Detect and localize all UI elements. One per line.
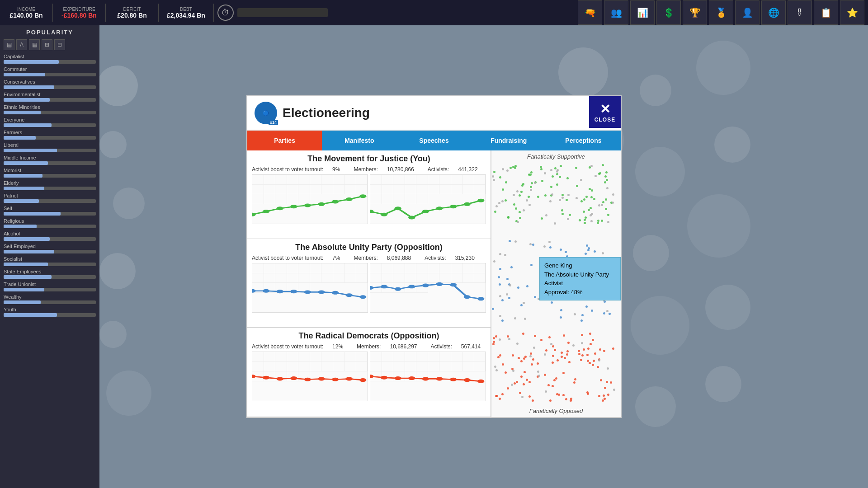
toolbar-btn-award[interactable]: 🎖 — [788, 0, 812, 25]
svg-point-50 — [395, 287, 401, 291]
party-panel-1: The Absolute Unity Party (Opposition) Ac… — [247, 239, 491, 328]
perception-dot — [599, 284, 602, 286]
perception-dot — [603, 312, 605, 314]
perception-dot — [589, 362, 591, 364]
svg-point-35 — [436, 206, 443, 210]
perception-dot — [549, 246, 552, 249]
activists-value-2: 567,414 — [461, 343, 481, 350]
perception-dot — [560, 316, 562, 319]
perception-dot — [529, 243, 532, 245]
perception-dot — [600, 379, 602, 381]
toolbar-btn-user[interactable]: 👤 — [735, 0, 760, 25]
members-label-0: Members: — [354, 166, 377, 173]
electioneering-modal: 🔵 x14 Electioneering ✕ CLOSE Parties Man… — [246, 95, 622, 418]
perception-dot — [601, 204, 603, 206]
income-value: £140.00 Bn — [9, 12, 42, 19]
members-label-1: Members: — [354, 255, 377, 261]
chart-activists-2 — [370, 352, 486, 401]
perception-dot — [612, 347, 614, 350]
activists-label-0: Activists: — [428, 166, 449, 173]
perception-dot — [551, 301, 553, 304]
perception-dot — [519, 211, 521, 213]
perception-dot — [559, 199, 561, 201]
svg-point-62 — [318, 377, 325, 380]
perception-dot — [610, 381, 612, 384]
perception-dot — [494, 366, 496, 368]
modal-logo: 🔵 x14 — [255, 102, 277, 124]
perception-dot — [520, 191, 523, 193]
perception-dot — [544, 353, 546, 356]
perception-dot — [578, 292, 580, 294]
svg-point-37 — [464, 202, 471, 206]
perception-dot — [509, 240, 511, 242]
perception-dot — [538, 298, 540, 300]
perception-dot — [505, 181, 507, 183]
perception-dot — [547, 384, 550, 386]
perception-dot — [554, 222, 556, 225]
svg-point-54 — [450, 283, 457, 286]
perception-dot — [590, 165, 593, 167]
deficit-stat: DEFICIT £20.80 Bn — [109, 7, 155, 19]
toolbar-btn-chart[interactable]: 📊 — [630, 0, 655, 25]
perception-dot — [513, 203, 515, 206]
perception-dot — [509, 284, 511, 286]
perception-dot — [508, 338, 510, 340]
close-button[interactable]: ✕ CLOSE — [589, 96, 621, 128]
perception-dot — [599, 172, 601, 174]
perception-dot — [530, 264, 533, 266]
toolbar-btn-doc[interactable]: 📋 — [814, 0, 838, 25]
toolbar-btn-cup[interactable]: 🏅 — [709, 0, 733, 25]
activists-value-0: 441,322 — [458, 166, 477, 173]
svg-point-38 — [477, 199, 484, 202]
modal-tabs: Parties Manifesto Speeches Fundraising P… — [247, 131, 621, 150]
perception-dot — [562, 372, 565, 374]
svg-point-44 — [318, 290, 325, 294]
activist-tooltip: Gene King The Absolute Unity Party Activ… — [539, 257, 621, 300]
tab-fundraising[interactable]: Fundraising — [472, 131, 546, 150]
svg-point-74 — [477, 380, 484, 383]
perception-dot — [520, 360, 523, 362]
perception-dot — [594, 175, 597, 177]
perception-dot — [581, 334, 583, 336]
perception-dot — [575, 167, 577, 169]
tab-parties[interactable]: Parties — [247, 131, 322, 150]
perception-dot — [514, 317, 516, 319]
toolbar-btn-trophy[interactable]: 🏆 — [683, 0, 707, 25]
tab-manifesto[interactable]: Manifesto — [322, 131, 396, 150]
perception-dot — [556, 173, 558, 175]
perception-dot — [561, 356, 563, 358]
perception-dot — [499, 315, 501, 317]
toolbar-btn-people[interactable]: 👥 — [604, 0, 628, 25]
perception-dot — [552, 361, 554, 364]
perception-dot — [561, 213, 564, 215]
perception-dot — [516, 190, 519, 192]
perception-dot — [523, 302, 525, 304]
perception-dot — [566, 255, 568, 258]
perception-dot — [576, 185, 578, 187]
perception-dot — [590, 343, 592, 345]
perception-dot — [565, 251, 567, 253]
timer-icon[interactable]: ⏱ — [217, 5, 234, 21]
perception-dot — [520, 375, 523, 378]
toolbar-btn-globe[interactable]: 🌐 — [761, 0, 786, 25]
perception-dot — [507, 387, 509, 389]
perception-dot — [512, 370, 514, 372]
perception-dot — [606, 187, 609, 189]
perception-dot — [588, 247, 590, 249]
party-panel-0: The Movement for Justice (You) Activist … — [247, 150, 491, 239]
svg-point-47 — [359, 295, 366, 299]
party-stats-0: Activist boost to voter turnout: 9% Memb… — [252, 166, 486, 173]
tab-speeches[interactable]: Speeches — [396, 131, 471, 150]
perception-dot — [558, 394, 560, 396]
perception-dot — [541, 217, 543, 220]
party-stats-2: Activist boost to voter turnout: 12% Mem… — [252, 343, 486, 350]
perception-dot — [602, 201, 604, 203]
perception-dot — [524, 371, 526, 373]
toolbar-btn-star[interactable]: ⭐ — [840, 0, 864, 25]
activist-boost-value-1: 7% — [332, 255, 340, 261]
tab-perceptions[interactable]: Perceptions — [546, 131, 621, 150]
toolbar-btn-dollar[interactable]: 💲 — [656, 0, 681, 25]
svg-point-24 — [290, 205, 297, 208]
perception-dot — [523, 209, 525, 211]
toolbar-btn-gun[interactable]: 🔫 — [578, 0, 602, 25]
